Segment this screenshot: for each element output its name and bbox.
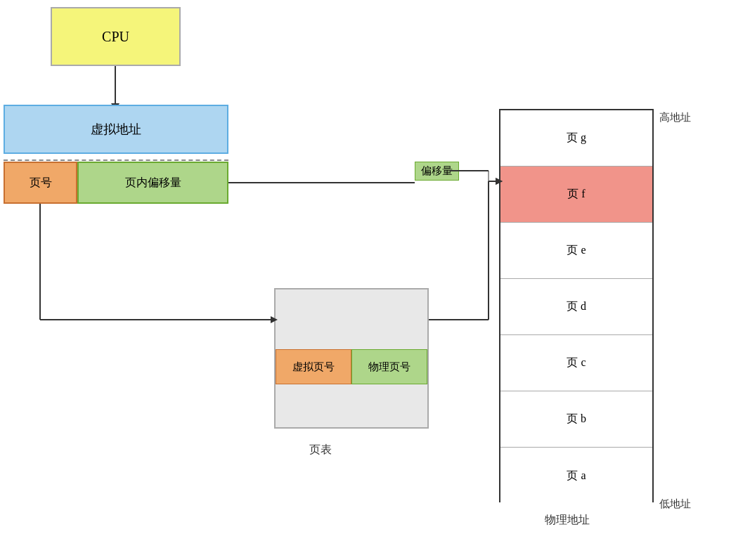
phys-mem-row-页-a: 页 a <box>500 448 652 504</box>
cpu-box: CPU <box>51 7 181 66</box>
page-number-label: 页号 <box>30 176 52 190</box>
phys-mem-row-页-c: 页 c <box>500 335 652 391</box>
physical-memory-container: 页 g页 f页 e页 d页 c页 b页 a <box>499 109 654 502</box>
virtual-address-box: 虚拟地址 <box>4 105 228 154</box>
virtual-address-label: 虚拟地址 <box>91 121 141 138</box>
phys-mem-row-页-f: 页 f <box>500 167 652 223</box>
page-table-virtual-col: 虚拟页号 <box>276 349 351 384</box>
phys-mem-row-页-e: 页 e <box>500 223 652 279</box>
page-offset-label: 页内偏移量 <box>125 176 181 190</box>
page-table-label: 页表 <box>309 443 332 457</box>
virtual-addr-divider <box>4 154 228 161</box>
arrow-cpu-down <box>115 66 116 105</box>
page-offset-box: 页内偏移量 <box>77 162 228 204</box>
low-address-label: 低地址 <box>659 497 691 511</box>
high-address-label: 高地址 <box>659 111 691 124</box>
diagram-container: CPU 虚拟地址 页号 页内偏移量 虚拟页号 物理页号 页表 偏移量 <box>0 0 750 560</box>
page-table-row: 虚拟页号 物理页号 <box>276 349 427 384</box>
offset-label-box: 偏移量 <box>415 162 459 181</box>
page-table-physical-col: 物理页号 <box>351 349 427 384</box>
phys-mem-row-页-g: 页 g <box>500 110 652 167</box>
phys-mem-row-页-d: 页 d <box>500 279 652 335</box>
page-table-box: 虚拟页号 物理页号 <box>274 288 429 429</box>
page-number-box: 页号 <box>4 162 77 204</box>
physical-address-label: 物理地址 <box>545 513 590 528</box>
cpu-label: CPU <box>102 29 129 45</box>
phys-mem-row-页-b: 页 b <box>500 391 652 448</box>
